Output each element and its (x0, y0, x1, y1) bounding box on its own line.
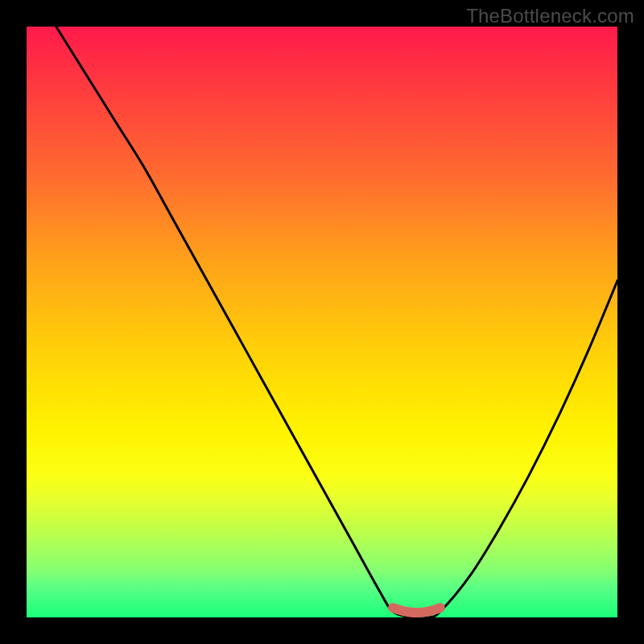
chart-frame: TheBottleneck.com (0, 0, 644, 644)
bottleneck-curve (27, 27, 617, 617)
curve-path (56, 27, 617, 618)
plot-area (27, 27, 617, 617)
watermark-text: TheBottleneck.com (466, 5, 634, 27)
valley-marker (393, 608, 440, 613)
